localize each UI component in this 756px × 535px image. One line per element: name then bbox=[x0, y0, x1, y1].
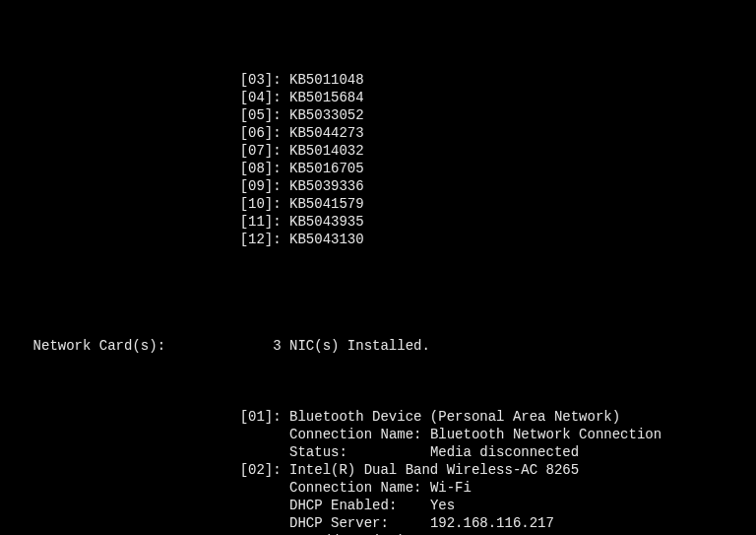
network-cards-row: Network Card(s):3 NIC(s) Installed. bbox=[0, 319, 756, 372]
hotfix-row: [11]: KB5043935 bbox=[0, 213, 756, 231]
terminal-output: [03]: KB5011048 [04]: KB5015684 [05]: KB… bbox=[0, 0, 756, 535]
hotfix-index: [12]: bbox=[240, 232, 289, 247]
hotfix-index: [09]: bbox=[240, 178, 289, 194]
network-cards-list: [01]: Bluetooth Device (Personal Area Ne… bbox=[0, 408, 756, 535]
nic-detail: Connection Name: Wi-Fi bbox=[289, 480, 472, 496]
hotfix-kb: KB5043935 bbox=[289, 214, 364, 230]
hotfix-kb: KB5015684 bbox=[289, 90, 364, 105]
nic-detail: Status: Media disconnected bbox=[289, 444, 579, 460]
network-cards-summary: 3 NIC(s) Installed. bbox=[273, 338, 430, 354]
nic-detail-row: DHCP Enabled: Yes bbox=[0, 497, 756, 514]
nic-detail-row: Status: Media disconnected bbox=[0, 443, 756, 461]
hotfix-index: [04]: bbox=[240, 90, 289, 105]
hotfix-row: [08]: KB5016705 bbox=[0, 160, 756, 177]
nic-header: [02]: Intel(R) Dual Band Wireless-AC 826… bbox=[240, 462, 579, 478]
nic-header-row: [01]: Bluetooth Device (Personal Area Ne… bbox=[0, 408, 756, 426]
hotfix-row: [10]: KB5041579 bbox=[0, 195, 756, 213]
hotfix-kb: KB5011048 bbox=[289, 72, 364, 88]
hotfix-kb: KB5043130 bbox=[289, 232, 364, 247]
hotfix-index: [03]: bbox=[240, 72, 289, 88]
hotfix-index: [05]: bbox=[240, 107, 289, 123]
hotfix-index: [11]: bbox=[240, 214, 289, 230]
nic-detail-row: DHCP Server: 192.168.116.217 bbox=[0, 514, 756, 532]
hotfix-row: [12]: KB5043130 bbox=[0, 231, 756, 248]
nic-detail-row: Connection Name: Wi-Fi bbox=[0, 479, 756, 497]
hotfix-index: [08]: bbox=[240, 161, 289, 176]
nic-detail-row: Connection Name: Bluetooth Network Conne… bbox=[0, 426, 756, 443]
hotfix-row: [07]: KB5014032 bbox=[0, 142, 756, 160]
nic-header: [01]: Bluetooth Device (Personal Area Ne… bbox=[240, 409, 620, 425]
hotfix-kb: KB5044273 bbox=[289, 125, 364, 141]
hotfix-kb: KB5033052 bbox=[289, 107, 364, 123]
hotfix-kb: KB5016705 bbox=[289, 161, 364, 176]
network-cards-label: Network Card(s): bbox=[33, 337, 274, 355]
hotfix-index: [07]: bbox=[240, 143, 289, 159]
hotfix-row: [06]: KB5044273 bbox=[0, 124, 756, 142]
nic-header-row: [02]: Intel(R) Dual Band Wireless-AC 826… bbox=[0, 461, 756, 479]
nic-detail: DHCP Enabled: Yes bbox=[289, 498, 455, 513]
hotfix-row: [04]: KB5015684 bbox=[0, 89, 756, 106]
hotfix-list: [03]: KB5011048 [04]: KB5015684 [05]: KB… bbox=[0, 71, 756, 248]
hotfix-kb: KB5041579 bbox=[289, 196, 364, 212]
hotfix-row: [03]: KB5011048 bbox=[0, 71, 756, 89]
hotfix-row: [05]: KB5033052 bbox=[0, 106, 756, 124]
nic-detail: DHCP Server: 192.168.116.217 bbox=[289, 515, 554, 531]
nic-detail: Connection Name: Bluetooth Network Conne… bbox=[289, 427, 662, 442]
hotfix-index: [10]: bbox=[240, 196, 289, 212]
hotfix-index: [06]: bbox=[240, 125, 289, 141]
hotfix-kb: KB5039336 bbox=[289, 178, 364, 194]
hotfix-row: [09]: KB5039336 bbox=[0, 177, 756, 195]
hotfix-kb: KB5014032 bbox=[289, 143, 364, 159]
